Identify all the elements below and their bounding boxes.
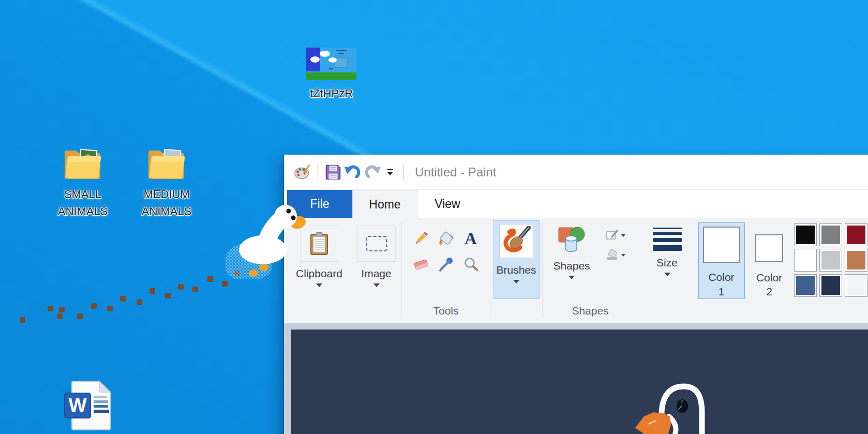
goose-footprint [192,287,198,292]
goose-footprint [59,307,65,312]
goose-foot [259,264,268,271]
color1-label: Color [708,270,734,284]
goose-footprint [91,303,97,309]
fill-tool-button[interactable] [436,230,456,247]
text-tool-button[interactable]: A [460,230,481,247]
fill-option-icon [606,249,619,261]
goose-footprint [149,288,155,294]
color2-number: 2 [756,285,782,298]
shape-outline-button[interactable] [601,228,631,243]
brushes-group: Brushes [490,218,542,323]
eyedropper-icon [438,257,454,272]
desktop-icon-folder-medium-animals[interactable]: MEDIUM ANIMALS [128,146,205,220]
size-group[interactable]: Size [638,218,696,323]
desktop: tZtHPzR SMALL ANIMALS [0,0,868,434]
tools-group: A [402,218,490,323]
desktop-icon-folder-small-animals[interactable]: SMALL ANIMALS [44,146,121,220]
magnifier-icon [463,257,478,272]
chevron-down-icon [316,283,322,287]
desktop-icon-word-document[interactable]: W [60,379,122,431]
shapes-group: Shapes [543,218,638,323]
icon-label: tZtHPzR [310,85,353,102]
window-title: Untitled - Paint [415,165,496,179]
goose-footprint [137,300,142,305]
goose-footprint [107,306,113,311]
goose-footprint [20,317,25,323]
color1-button[interactable]: Color 1 [698,222,745,299]
brushes-button[interactable]: Brushes [493,220,540,299]
folder-icon [63,146,102,181]
palette-swatch[interactable] [819,249,842,272]
shapes-button[interactable]: Shapes [543,218,601,279]
magnifier-tool-button[interactable] [460,256,481,273]
undo-icon[interactable] [344,163,362,181]
tab-home[interactable]: Home [352,190,417,218]
redo-icon[interactable] [364,163,381,181]
outline-icon [606,230,619,241]
goose-footprint [165,293,171,298]
shape-fill-button[interactable] [601,247,631,263]
desktop-goose[interactable] [234,196,309,278]
chevron-down-icon [621,234,625,237]
color1-number: 1 [708,285,734,298]
palette-swatch[interactable] [794,223,817,246]
pencil-tool-button[interactable] [411,230,431,247]
color-palette [794,223,867,297]
size-icon [653,228,682,251]
paint-canvas[interactable] [291,330,868,434]
goose-footprint [207,276,213,282]
desktop-icon-image-file[interactable]: tZtHPzR [294,48,369,102]
canvas-goose-drawing [628,380,711,434]
image-label: Image [361,267,391,279]
size-label: Size [656,257,678,268]
goose-footprint [77,313,83,319]
palette-group [792,218,868,323]
color1-swatch [703,227,740,263]
shapes-icon [557,225,586,254]
color1-group: Color 1 [696,218,746,323]
palette-swatch[interactable] [819,274,842,297]
select-icon [366,236,387,251]
tab-view[interactable]: View [424,190,471,218]
color-picker-tool-button[interactable] [436,256,456,273]
palette-swatch[interactable] [794,249,817,272]
customize-quick-access-icon[interactable] [384,169,396,175]
color2-label: Color [756,271,782,285]
word-badge-letter: W [69,395,87,416]
color2-swatch [755,234,783,262]
separator [318,164,318,181]
image-group[interactable]: Image [351,218,401,323]
tools-group-label: Tools [433,305,458,317]
brush-icon [501,226,531,256]
separator [403,164,403,181]
text-tool-icon: A [465,230,477,247]
goose-eye [291,216,296,220]
paint-app-icon [294,163,311,181]
fill-bucket-icon [437,231,455,246]
goose-footprint [57,313,63,319]
color2-group: Color 2 [746,218,792,323]
save-icon[interactable] [324,163,342,181]
title-bar[interactable]: Untitled - Paint [284,155,868,190]
palette-swatch[interactable] [845,274,867,297]
eraser-tool-button[interactable] [411,256,431,273]
ribbon: Clipboard Image [284,218,868,324]
palette-swatch[interactable] [794,274,817,297]
palette-swatch[interactable] [845,249,867,272]
word-document-icon: W [63,379,119,431]
goose-footprint [120,296,126,302]
brushes-label: Brushes [496,264,536,276]
color2-button[interactable]: Color 2 [746,222,792,299]
palette-swatch[interactable] [819,223,842,246]
chevron-down-icon [664,273,670,276]
chevron-down-icon [621,254,625,257]
pencil-icon [413,230,429,247]
chevron-down-icon [513,280,519,283]
palette-swatch[interactable] [845,223,867,246]
shapes-group-label: Shapes [572,305,608,317]
paint-window: Untitled - Paint File Home View Cli [284,155,868,434]
ribbon-tab-row: File Home View [284,190,868,218]
goose-eye [287,209,291,214]
shapes-button-label: Shapes [553,260,590,272]
goose-footprint [48,306,53,311]
